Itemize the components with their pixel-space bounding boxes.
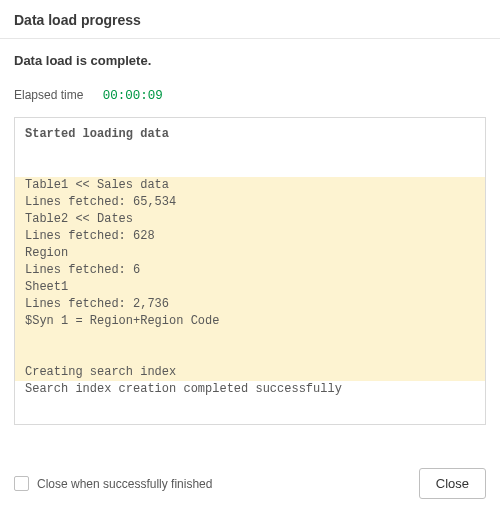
log-line: Table1 << Sales data [15, 177, 485, 194]
log-line: Sheet1 [15, 279, 485, 296]
log-line [15, 398, 485, 415]
log-line [15, 415, 485, 424]
log-line [15, 330, 485, 347]
log-scroll-area[interactable]: Started loading data Table1 << Sales dat… [15, 118, 485, 424]
log-line [15, 143, 485, 160]
log-line: Table2 << Dates [15, 211, 485, 228]
dialog-title: Data load progress [14, 12, 486, 28]
dialog-header: Data load progress [0, 0, 500, 39]
log-line: Lines fetched: 628 [15, 228, 485, 245]
close-when-finished-checkbox[interactable] [14, 476, 29, 491]
log-line: Lines fetched: 65,534 [15, 194, 485, 211]
log-line: Creating search index [15, 364, 485, 381]
log-content: Started loading data Table1 << Sales dat… [15, 118, 485, 424]
close-button[interactable]: Close [419, 468, 486, 499]
elapsed-time: 00:00:09 [103, 89, 163, 103]
log-line: Search index creation completed successf… [15, 381, 485, 398]
log-line: Region [15, 245, 485, 262]
log-line: $Syn 1 = Region+Region Code [15, 313, 485, 330]
status-message: Data load is complete. [0, 39, 500, 74]
elapsed-row: Elapsed time 00:00:09 [0, 74, 500, 111]
dialog-footer: Close when successfully finished Close [0, 458, 500, 511]
log-line [15, 160, 485, 177]
elapsed-label: Elapsed time [14, 88, 83, 102]
log-line: Lines fetched: 2,736 [15, 296, 485, 313]
log-line [15, 347, 485, 364]
close-when-finished-label: Close when successfully finished [37, 477, 212, 491]
log-line: Started loading data [15, 126, 485, 143]
log-panel: Started loading data Table1 << Sales dat… [14, 117, 486, 425]
log-line: Lines fetched: 6 [15, 262, 485, 279]
